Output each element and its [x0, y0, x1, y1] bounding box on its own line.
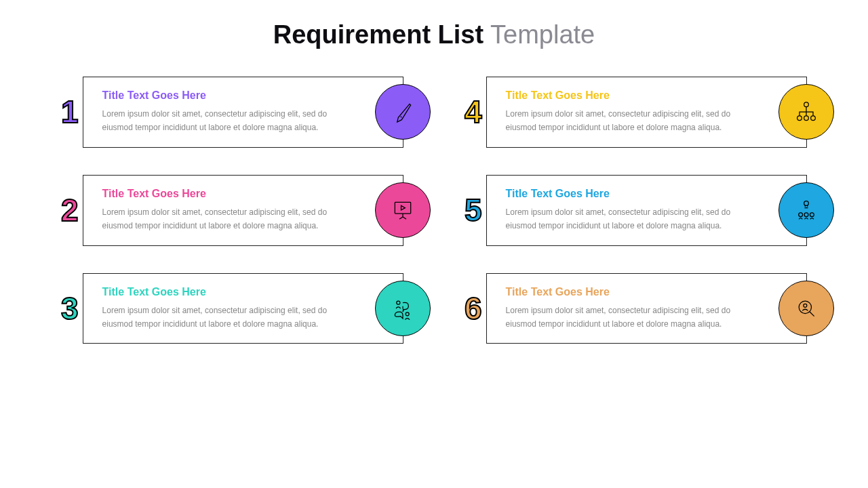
list-item: 2Title Text Goes HereLorem ipsum dolor s…	[61, 175, 403, 246]
list-item: 6Title Text Goes HereLorem ipsum dolor s…	[465, 273, 807, 344]
item-body: Lorem ipsum dolor sit amet, consectetur …	[506, 304, 759, 331]
item-card: Title Text Goes HereLorem ipsum dolor si…	[83, 77, 403, 148]
board-icon	[375, 182, 431, 238]
slide: Requirement List Template 1Title Text Go…	[0, 0, 868, 488]
item-card: Title Text Goes HereLorem ipsum dolor si…	[83, 273, 403, 344]
item-card: Title Text Goes HereLorem ipsum dolor si…	[83, 175, 403, 246]
item-title: Title Text Goes Here	[102, 89, 355, 102]
pen-icon	[375, 84, 431, 140]
item-title: Title Text Goes Here	[506, 188, 759, 200]
svg-point-5	[804, 201, 809, 206]
item-number: 2	[61, 195, 77, 226]
svg-rect-4	[395, 203, 410, 214]
item-card: Title Text Goes HereLorem ipsum dolor si…	[486, 175, 807, 246]
idea-icon	[778, 182, 834, 238]
svg-point-1	[797, 116, 802, 121]
item-card: Title Text Goes HereLorem ipsum dolor si…	[486, 77, 807, 148]
item-number: 5	[465, 195, 481, 226]
item-number: 4	[465, 96, 481, 127]
title-light: Template	[484, 20, 595, 49]
item-body: Lorem ipsum dolor sit amet, consectetur …	[102, 205, 355, 233]
item-body: Lorem ipsum dolor sit amet, consectetur …	[102, 107, 355, 135]
title-bold: Requirement List	[273, 20, 484, 49]
org-icon	[778, 84, 834, 140]
list-item: 5Title Text Goes HereLorem ipsum dolor s…	[465, 175, 807, 246]
search-icon	[778, 281, 834, 336]
item-title: Title Text Goes Here	[102, 286, 355, 298]
item-title: Title Text Goes Here	[506, 286, 759, 298]
svg-point-8	[810, 213, 814, 217]
list-item: 1Title Text Goes HereLorem ipsum dolor s…	[61, 77, 403, 148]
svg-point-6	[799, 213, 803, 217]
page-title: Requirement List Template	[41, 20, 827, 49]
item-number: 3	[61, 293, 77, 324]
item-body: Lorem ipsum dolor sit amet, consectetur …	[506, 107, 759, 135]
item-number: 1	[61, 96, 77, 127]
item-card: Title Text Goes HereLorem ipsum dolor si…	[486, 273, 807, 344]
list-item: 3Title Text Goes HereLorem ipsum dolor s…	[61, 273, 403, 344]
svg-point-3	[811, 116, 816, 121]
svg-point-12	[804, 304, 807, 307]
items-grid: 1Title Text Goes HereLorem ipsum dolor s…	[41, 77, 827, 344]
svg-point-0	[804, 102, 809, 107]
item-body: Lorem ipsum dolor sit amet, consectetur …	[506, 205, 759, 233]
svg-point-2	[804, 116, 809, 121]
item-title: Title Text Goes Here	[102, 188, 355, 200]
list-item: 4Title Text Goes HereLorem ipsum dolor s…	[465, 77, 807, 148]
svg-point-7	[804, 213, 808, 217]
svg-point-9	[397, 301, 400, 304]
item-number: 6	[465, 293, 481, 324]
chat-icon	[375, 281, 431, 336]
svg-point-10	[406, 312, 409, 316]
item-body: Lorem ipsum dolor sit amet, consectetur …	[102, 304, 355, 331]
item-title: Title Text Goes Here	[506, 89, 759, 102]
